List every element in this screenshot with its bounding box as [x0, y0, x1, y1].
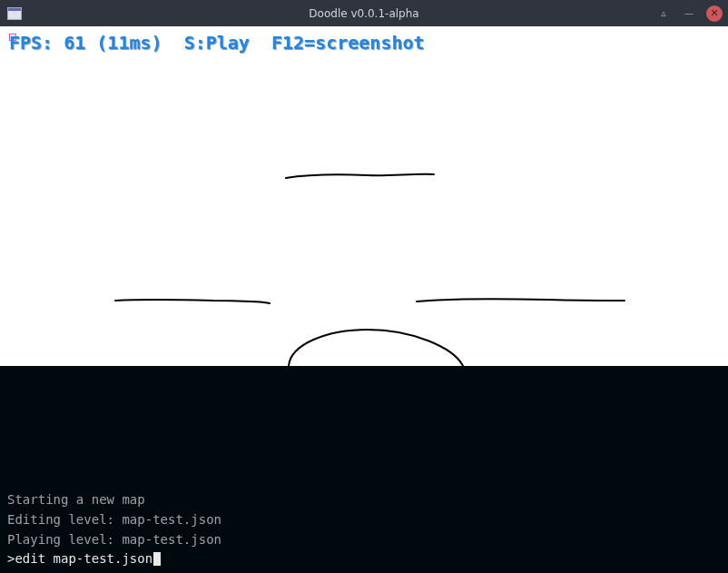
console-input[interactable]: edit map-test.json [15, 551, 152, 566]
close-button[interactable]: ✕ [706, 5, 723, 22]
console-log-line: Playing level: map-test.json [7, 530, 721, 550]
console-log-line: Editing level: map-test.json [7, 510, 721, 530]
text-cursor-icon [153, 552, 161, 566]
window-titlebar: Doodle v0.0.1-alpha ✕ [0, 0, 728, 26]
console-log-line: Starting a new map [7, 490, 721, 510]
developer-console[interactable]: Starting a new map Editing level: map-te… [0, 366, 728, 573]
game-canvas[interactable]: FPS: 61 (11ms) S:Play F12=screenshot [0, 26, 728, 366]
left-stroke [115, 300, 270, 303]
window-controls: ✕ [655, 5, 723, 22]
console-input-line[interactable]: >edit map-test.json [7, 549, 721, 569]
app-icon [7, 7, 22, 20]
minimize-button[interactable] [681, 5, 697, 22]
iconify-maximize-button[interactable] [655, 5, 672, 22]
right-stroke [417, 299, 625, 301]
window-title: Doodle v0.0.1-alpha [309, 7, 418, 20]
bottom-arc [289, 330, 463, 366]
top-stroke [286, 174, 434, 178]
app-frame: FPS: 61 (11ms) S:Play F12=screenshot Sta… [0, 26, 728, 573]
